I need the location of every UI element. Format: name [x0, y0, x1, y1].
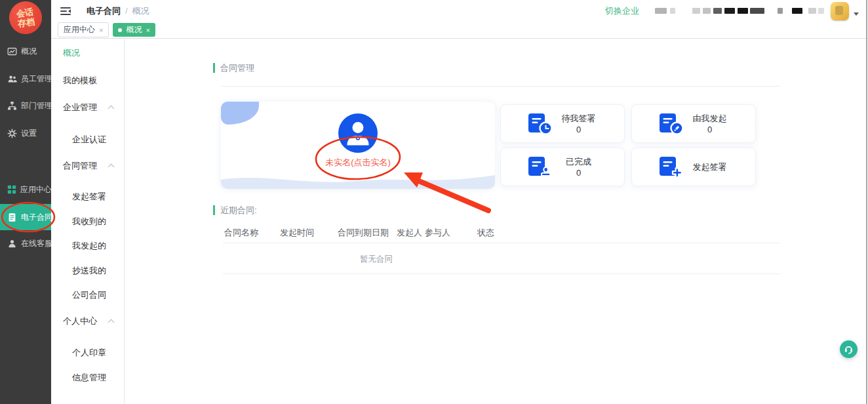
sidebar-item-e-contract[interactable]: 电子合同: [0, 204, 51, 230]
sidebar-item-label: 员工管理: [21, 73, 52, 85]
divider: [221, 86, 780, 87]
unverified-user-avatar-icon[interactable]: [338, 113, 378, 153]
doc-plus-icon: [658, 155, 684, 179]
redacted-text-block: [808, 8, 816, 14]
sidebar-item-settings[interactable]: 设置: [0, 124, 51, 142]
sidebar-item-app-center[interactable]: 应用中心: [0, 180, 51, 199]
employees-icon: [7, 74, 17, 84]
collapse-sidebar-icon[interactable]: [60, 7, 71, 15]
app-window: 会话 存档 概况 员工管理: [0, 0, 868, 404]
chevron-up-icon: [108, 319, 115, 326]
doc-edit-icon: [658, 112, 684, 136]
user-avatar[interactable]: [831, 2, 849, 20]
col-expiry-date: 合同到期日期: [338, 227, 389, 239]
menu-label: 我的模板: [63, 75, 97, 87]
menu-group-personal[interactable]: 个人中心: [51, 315, 124, 328]
menu-cc-to-me[interactable]: 抄送我的: [51, 264, 124, 277]
secondary-sidebar: 概况 我的模板 企业管理 企业认证 合同管理 发起签署 我收到的 我发起的 抄送…: [51, 39, 125, 404]
menu-label: 我发起的: [72, 240, 106, 252]
sidebar-item-employees[interactable]: 员工管理: [0, 70, 51, 88]
redacted-text-block: [724, 8, 735, 14]
sidebar-item-online-support[interactable]: 在线客服: [0, 234, 51, 253]
contract-management-title: 合同管理: [213, 63, 254, 73]
menu-my-templates[interactable]: 我的模板: [51, 74, 124, 87]
col-status: 状态: [477, 227, 494, 239]
menu-initiated-by-me[interactable]: 我发起的: [51, 239, 124, 253]
scrollbar-track[interactable]: [866, 0, 867, 404]
stat-card-initiated-by-me[interactable]: 由我发起 0: [631, 104, 756, 143]
menu-group-contracts[interactable]: 合同管理: [51, 159, 124, 172]
tab-close-icon[interactable]: ×: [99, 26, 103, 34]
redacted-text-block: [692, 8, 700, 14]
breadcrumb-separator: /: [125, 6, 128, 16]
table-divider: [223, 243, 780, 243]
redacted-text-block: [738, 8, 748, 14]
stat-value: 0: [553, 124, 604, 135]
menu-personal-seal[interactable]: 个人印章: [51, 346, 124, 359]
menu-label: 企业管理: [63, 102, 97, 113]
stat-card-awaiting-my-sign[interactable]: 待我签署 0: [500, 104, 625, 143]
app-logo[interactable]: 会话 存档: [7, 0, 44, 36]
col-participants: 参与人: [425, 227, 450, 239]
stat-label: 发起签署: [684, 161, 736, 172]
tab-label: 应用中心: [64, 24, 95, 35]
col-initiator: 发起人: [397, 227, 422, 239]
redacted-text-block: [818, 8, 824, 14]
empty-state-text: 暂无合同: [360, 254, 393, 265]
tab-close-icon[interactable]: ×: [146, 26, 149, 34]
support-person-icon: [7, 239, 17, 249]
menu-label: 公司合同: [72, 289, 106, 301]
chevron-up-icon: [108, 164, 115, 171]
tab-bar: 应用中心 × 概况 ×: [51, 22, 868, 39]
chevron-up-icon: [108, 106, 115, 112]
menu-group-enterprise[interactable]: 企业管理: [51, 101, 124, 114]
menu-company-contracts[interactable]: 公司合同: [51, 289, 124, 302]
overview-icon: [7, 47, 17, 56]
menu-enterprise-auth[interactable]: 企业认证: [51, 133, 124, 146]
menu-label: 个人印章: [72, 347, 106, 359]
customer-service-button[interactable]: [840, 340, 858, 358]
redacted-text-block: [792, 8, 802, 14]
stat-card-start-signing[interactable]: 发起签署: [631, 148, 756, 186]
headset-icon: [844, 344, 854, 354]
stat-card-completed[interactable]: 已完成 0: [500, 148, 625, 186]
logo-text-line2: 存档: [17, 16, 35, 28]
sidebar-item-label: 在线客服: [21, 238, 52, 249]
menu-label: 信息管理: [72, 372, 106, 384]
menu-info-management[interactable]: 信息管理: [51, 371, 124, 384]
breadcrumb-root[interactable]: 电子合同: [87, 5, 121, 17]
menu-label: 个人中心: [63, 315, 97, 327]
gear-icon: [7, 129, 17, 138]
menu-label: 概况: [63, 47, 80, 59]
departments-icon: [7, 101, 17, 111]
menu-initiate-sign[interactable]: 发起签署: [51, 190, 124, 203]
stat-label: 由我发起: [684, 113, 736, 124]
menu-label: 企业认证: [72, 134, 106, 146]
redacted-text-block: [750, 8, 764, 14]
redacted-text-block: [703, 8, 711, 14]
tab-label: 概况: [126, 24, 142, 35]
menu-overview[interactable]: 概况: [51, 47, 124, 60]
decor-blob: [221, 102, 259, 125]
sidebar-item-label: 部门管理: [21, 100, 52, 111]
sidebar-item-departments[interactable]: 部门管理: [0, 96, 51, 115]
user-menu-caret-icon[interactable]: [854, 12, 859, 16]
table-divider: [223, 273, 780, 274]
switch-company-link[interactable]: 切换企业: [605, 5, 639, 17]
tab-app-center[interactable]: 应用中心 ×: [58, 22, 109, 37]
stat-label: 待我签署: [553, 113, 604, 124]
stat-label: 已完成: [553, 156, 604, 167]
header-right: 切换企业: [605, 2, 859, 20]
tab-overview[interactable]: 概况 ×: [113, 23, 155, 37]
annotation-arrow: [0, 0, 868, 404]
doc-stamp-icon: [526, 155, 553, 179]
realname-status-link[interactable]: 未实名(点击实名): [221, 157, 495, 169]
redacted-text-block: [778, 8, 783, 14]
menu-label: 我收到的: [72, 216, 106, 228]
menu-label: 抄送我的: [72, 265, 106, 277]
menu-received[interactable]: 我收到的: [51, 215, 124, 228]
top-header: 电子合同 / 概况 切换企业: [51, 0, 868, 22]
sidebar-item-label: 概况: [21, 46, 37, 57]
sidebar-item-overview[interactable]: 概况: [0, 42, 51, 60]
redacted-text-block: [655, 8, 667, 14]
